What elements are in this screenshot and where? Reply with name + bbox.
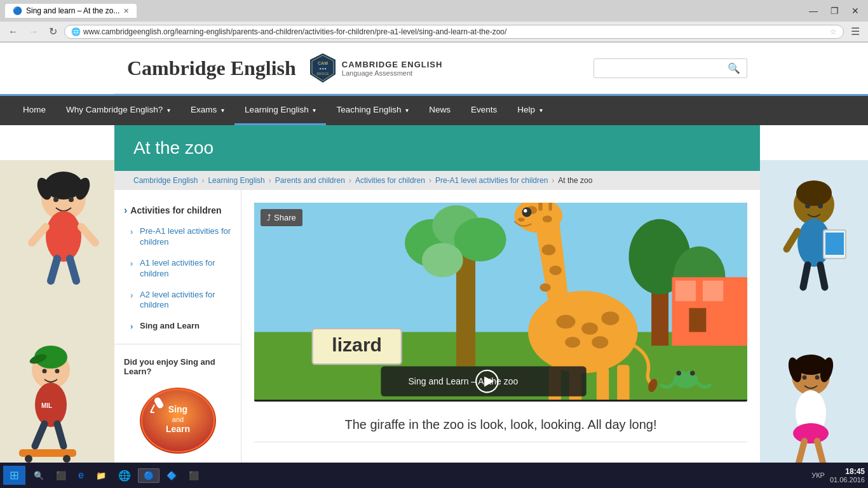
app-icon-1: 🔷 (166, 471, 177, 472)
nav-item-why[interactable]: Why Cambridge English? ▾ (56, 96, 180, 125)
sidebar-item-label: A2 level activities for children (140, 290, 231, 311)
sidebar-item-arrow: › (130, 322, 137, 332)
bookmark-star-icon[interactable]: ☆ (830, 27, 837, 36)
window-controls: — ❐ ✕ (805, 6, 863, 16)
nav-link-learning[interactable]: Learning English ▾ (234, 96, 326, 125)
nav-link-teaching[interactable]: Teaching English ▾ (326, 96, 419, 123)
breadcrumb-sep-3: › (349, 176, 351, 185)
forward-button[interactable]: → (25, 25, 42, 39)
edge-icon: e (78, 470, 84, 471)
svg-point-77 (542, 245, 556, 255)
sidebar-item-label: Pre-A1 level activities for children (140, 226, 231, 248)
shield-icon: CAM ✦✦✦ BRIDGE (309, 52, 337, 84)
search-input[interactable] (600, 64, 728, 73)
nav-item-exams[interactable]: Exams ▾ (180, 96, 234, 125)
nav-link-home[interactable]: Home (13, 96, 56, 123)
sidebar-item-pre-a1[interactable]: › Pre-A1 level activities for children (114, 221, 241, 253)
sidebar-item-sing-learn[interactable]: › Sing and Learn (114, 316, 241, 337)
reload-button[interactable]: ↻ (46, 24, 60, 39)
nav-item-help[interactable]: Help ▾ (507, 96, 553, 125)
tab-close-button[interactable]: ✕ (123, 7, 129, 15)
taskbar-search[interactable]: 🔍 (29, 469, 49, 472)
main-navigation: Home Why Cambridge English? ▾ Exams ▾ Le… (0, 94, 868, 125)
svg-point-101 (690, 370, 695, 376)
dropdown-arrow: ▾ (405, 107, 409, 114)
address-icon: 🌐 (71, 27, 81, 36)
taskbar-ie[interactable]: 🌐 (113, 468, 136, 472)
video-container: ⤴ Share (254, 203, 747, 402)
taskbar-items: 🔍 ⬛ e 📁 🌐 🔵 🔷 ⬛ (29, 468, 204, 472)
site-header: Cambridge English CAM ✦✦✦ BRIDGE CAMBRID… (114, 43, 760, 94)
address-input[interactable] (83, 27, 827, 36)
svg-point-4 (53, 197, 58, 202)
browser-titlebar: 🔵 Sing and learn – At the zo... ✕ — ❐ ✕ (0, 0, 868, 22)
svg-point-6 (46, 211, 81, 262)
svg-line-8 (81, 227, 95, 243)
nav-link-help[interactable]: Help ▾ (507, 96, 553, 123)
nav-item-learning[interactable]: Learning English ▾ (234, 96, 326, 125)
svg-point-40 (793, 423, 829, 444)
svg-rect-63 (675, 281, 696, 301)
sidebar-item-label: Sing and Learn (140, 321, 200, 332)
taskbar-edge[interactable]: e (73, 468, 89, 471)
svg-point-78 (550, 266, 562, 275)
folder-icon: 📁 (96, 471, 106, 472)
nav-item-teaching[interactable]: Teaching English ▾ (326, 96, 419, 125)
breadcrumb-current: At the zoo (558, 176, 592, 185)
nav-link-events[interactable]: Events (461, 96, 507, 123)
svg-point-72 (556, 315, 575, 329)
site-logo[interactable]: Cambridge English (127, 57, 296, 80)
nav-link-news[interactable]: News (419, 96, 461, 123)
shield-label-line1: CAMBRIDGE ENGLISH (342, 60, 443, 69)
close-button[interactable]: ✕ (848, 6, 863, 16)
share-button[interactable]: ⤴ Share (261, 209, 302, 226)
nav-item-events[interactable]: Events (461, 96, 507, 125)
taskbar-extra1[interactable]: 🔷 (161, 469, 182, 472)
chrome-icon: 🔵 (144, 471, 154, 472)
maximize-button[interactable]: ❐ (827, 6, 843, 16)
svg-text:MIL: MIL (41, 402, 52, 409)
sidebar-item-a1[interactable]: › A1 level activities for children (114, 253, 241, 285)
taskbar-extra2[interactable]: ⬛ (184, 469, 204, 472)
svg-point-85 (518, 218, 525, 222)
sidebar-item-a2[interactable]: › A2 level activities for children (114, 285, 241, 316)
svg-point-38 (815, 376, 820, 380)
taskbar: ⊞ 🔍 ⬛ e 📁 🌐 🔵 🔷 ⬛ УКР 18:45 01.0 (0, 463, 868, 471)
sing-and-learn-logo: Sing and Learn (137, 386, 219, 456)
svg-text:Sing: Sing (168, 404, 187, 414)
taskbar-chrome[interactable]: 🔵 (138, 468, 159, 472)
svg-text:✦✦✦: ✦✦✦ (319, 67, 327, 71)
svg-line-31 (803, 265, 808, 287)
taskbar-task-view[interactable]: ⬛ (51, 469, 71, 472)
address-bar[interactable]: 🌐 ☆ (64, 25, 844, 39)
svg-point-74 (601, 311, 619, 325)
breadcrumb-cambridge-english[interactable]: Cambridge English (133, 176, 198, 185)
breadcrumb-activities-children[interactable]: Activities for children (355, 176, 425, 185)
sidebar-section-title[interactable]: Activities for children (114, 200, 241, 221)
nav-item-news[interactable]: News (419, 96, 461, 125)
svg-point-24 (796, 180, 832, 206)
breadcrumb-parents-children[interactable]: Parents and children (275, 176, 345, 185)
browser-menu-button[interactable]: ☰ (848, 24, 863, 39)
sidebar-item-arrow: › (130, 290, 137, 301)
svg-point-76 (592, 336, 608, 348)
taskbar-folder[interactable]: 📁 (91, 469, 111, 472)
breadcrumb-learning-english[interactable]: Learning English (208, 176, 264, 185)
svg-point-14 (55, 369, 60, 374)
search-icon: 🔍 (34, 471, 44, 472)
back-button[interactable]: ← (5, 25, 22, 39)
search-button[interactable]: 🔍 (728, 62, 740, 74)
nav-item-home[interactable]: Home (13, 96, 56, 125)
nav-link-exams[interactable]: Exams ▾ (180, 96, 234, 123)
svg-rect-87 (548, 203, 552, 211)
start-button[interactable]: ⊞ (3, 466, 25, 471)
breadcrumb-pre-a1[interactable]: Pre-A1 level activities for children (435, 176, 548, 185)
nav-link-why[interactable]: Why Cambridge English? ▾ (56, 96, 180, 123)
minimize-button[interactable]: — (805, 6, 822, 16)
svg-rect-29 (825, 233, 844, 255)
breadcrumb: Cambridge English › Learning English › P… (114, 171, 760, 190)
header-search[interactable]: 🔍 (593, 58, 747, 78)
sidebar-item-arrow: › (130, 227, 137, 238)
browser-tab[interactable]: 🔵 Sing and learn – At the zo... ✕ (5, 4, 137, 18)
sidebar-promo-image[interactable]: Sing and Learn (114, 379, 241, 462)
